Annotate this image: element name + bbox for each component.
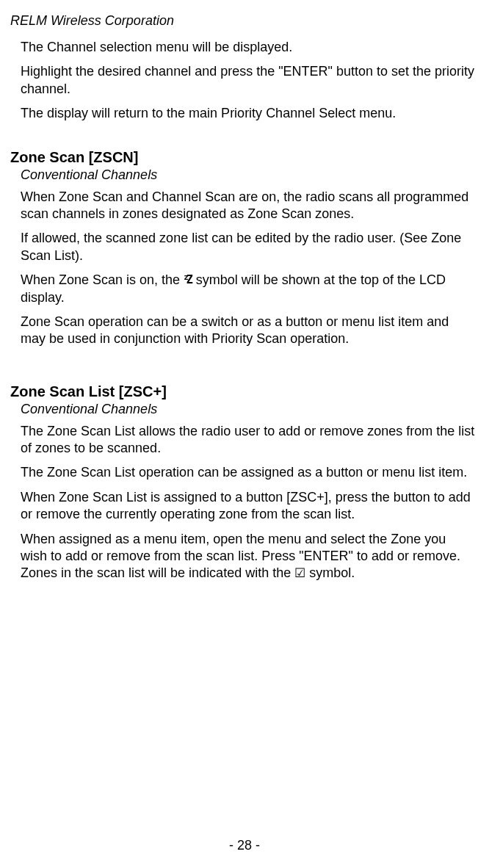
checkbox-icon: ☑	[294, 566, 305, 580]
zone-scan-p2: If allowed, the scanned zone list can be…	[21, 230, 476, 264]
zone-scan-p4: Zone Scan operation can be a switch or a…	[21, 314, 476, 348]
zone-scan-p1: When Zone Scan and Channel Scan are on, …	[21, 189, 476, 223]
zone-scan-p3a: When Zone Scan is on, the	[21, 272, 184, 287]
zone-scan-sub: Conventional Channels	[21, 167, 476, 183]
intro-p2: Highlight the desired channel and press …	[21, 63, 476, 98]
zone-scan-list-p3: When Zone Scan List is assigned to a but…	[21, 489, 476, 524]
zone-scan-list-p4a: When assigned as a menu item, open the m…	[21, 532, 460, 581]
zone-scan-p3: When Zone Scan is on, the zZ symbol will…	[21, 272, 476, 306]
zz-icon: zZ	[184, 273, 192, 286]
zone-scan-list-heading: Zone Scan List [ZSC+]	[10, 383, 476, 400]
zone-scan-list-p1: The Zone Scan List allows the radio user…	[21, 423, 476, 457]
zone-scan-list-p4b: symbol.	[305, 565, 355, 580]
intro-p3: The display will return to the main Prio…	[21, 105, 476, 122]
company-header: RELM Wireless Corporation	[10, 13, 476, 29]
page: RELM Wireless Corporation The Channel se…	[0, 0, 489, 868]
zone-scan-list-p2: The Zone Scan List operation can be assi…	[21, 464, 476, 481]
zone-scan-list-p4: When assigned as a menu item, open the m…	[21, 531, 476, 582]
page-number: - 28 -	[0, 838, 489, 853]
intro-p1: The Channel selection menu will be displ…	[21, 39, 476, 56]
zone-scan-list-sub: Conventional Channels	[21, 402, 476, 417]
zone-scan-heading: Zone Scan [ZSCN]	[10, 149, 476, 166]
